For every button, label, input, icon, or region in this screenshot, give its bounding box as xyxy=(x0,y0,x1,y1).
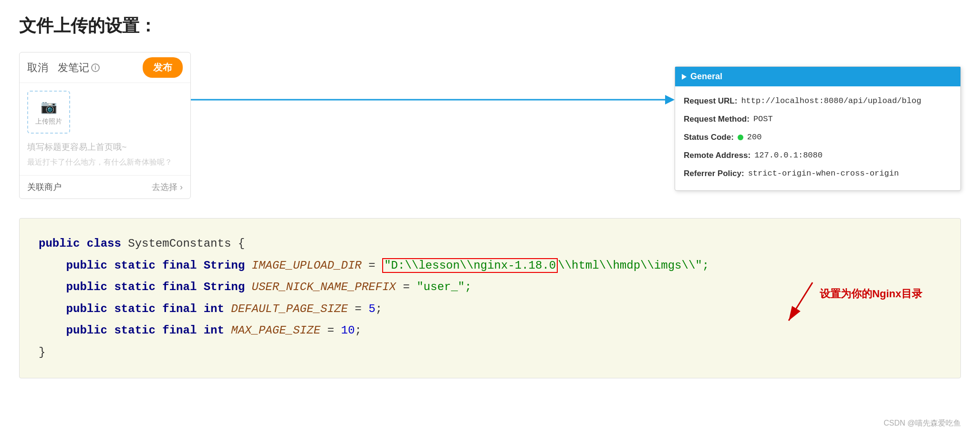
network-panel-body: Request URL: http://localhost:8080/api/u… xyxy=(675,86,960,190)
svg-line-1 xyxy=(789,282,813,321)
referrer-label: Referrer Policy: xyxy=(684,166,744,182)
method-label: Request Method: xyxy=(684,111,750,127)
toolbar: 取消 发笔记 i 发布 xyxy=(20,52,190,83)
note-button[interactable]: 发笔记 i xyxy=(58,61,100,75)
method-value: POST xyxy=(753,111,773,127)
title-placeholder[interactable]: 填写标题更容易上首页哦~ xyxy=(27,141,183,153)
page-container: 文件上传的设置： 取消 发笔记 i 发布 📷 上传照片 填写标题更容易上首页哦~… xyxy=(0,0,980,402)
camera-icon: 📷 xyxy=(41,99,57,115)
network-panel: General Request URL: http://localhost:80… xyxy=(675,66,961,191)
page-title: 文件上传的设置： xyxy=(19,14,961,38)
network-panel-header: General xyxy=(675,67,960,86)
code-line-1: public class SystemConstants { xyxy=(39,233,941,255)
left-panel: 取消 发笔记 i 发布 📷 上传照片 填写标题更容易上首页哦~ 最近打卡了什么地… xyxy=(19,52,191,199)
annotation-text: 设置为你的Nginx目录 xyxy=(820,284,922,304)
upload-photo-box[interactable]: 📷 上传照片 xyxy=(27,91,70,134)
url-value: http://localhost:8080/api/upload/blog xyxy=(741,93,921,109)
code-section: public class SystemConstants { public st… xyxy=(19,218,961,378)
network-header-label: General xyxy=(690,72,722,82)
select-button[interactable]: 去选择 › xyxy=(152,181,183,193)
top-section: 取消 发笔记 i 发布 📷 上传照片 填写标题更容易上首页哦~ 最近打卡了什么地… xyxy=(19,52,961,199)
arrow-container xyxy=(191,52,675,147)
url-label: Request URL: xyxy=(684,93,737,109)
merchant-label: 关联商户 xyxy=(27,181,62,193)
network-row-referrer: Referrer Policy: strict-origin-when-cros… xyxy=(684,166,952,182)
publish-button[interactable]: 发布 xyxy=(143,57,183,78)
network-row-remote: Remote Address: 127.0.0.1:8080 xyxy=(684,147,952,164)
bottom-bar: 关联商户 去选择 › xyxy=(20,175,190,198)
status-label: Status Code: xyxy=(684,129,734,146)
footer-text: CSDN @喵先森爱吃鱼 xyxy=(884,419,961,427)
status-dot xyxy=(738,135,743,140)
info-icon: i xyxy=(91,63,100,72)
status-value: 200 xyxy=(747,129,762,146)
content-placeholder: 最近打卡了什么地方，有什么新奇体验呢？ xyxy=(27,157,183,167)
network-row-status: Status Code: 200 xyxy=(684,129,952,146)
referrer-value: strict-origin-when-cross-origin xyxy=(748,166,899,182)
remote-label: Remote Address: xyxy=(684,147,751,164)
arrow-head xyxy=(665,95,675,104)
remote-value: 127.0.0.1:8080 xyxy=(754,147,823,164)
cancel-button[interactable]: 取消 xyxy=(27,61,48,75)
footer: CSDN @喵先森爱吃鱼 xyxy=(884,418,961,428)
triangle-icon xyxy=(682,74,687,80)
network-row-method: Request Method: POST xyxy=(684,111,952,127)
upload-section: 📷 上传照片 填写标题更容易上首页哦~ 最近打卡了什么地方，有什么新奇体验呢？ xyxy=(20,83,190,175)
network-row-url: Request URL: http://localhost:8080/api/u… xyxy=(684,93,952,109)
upload-label: 上传照片 xyxy=(35,117,62,126)
arrow-line xyxy=(191,99,665,101)
